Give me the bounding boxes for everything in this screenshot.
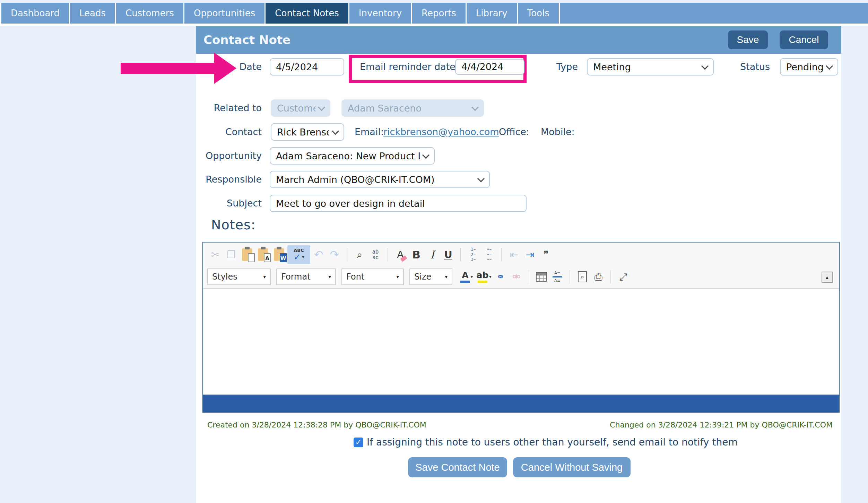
email-label: Email:	[355, 123, 384, 141]
editor-toolbar-row2: Styles▾Format▾Font▾Size▾A▾ab▾⚭⚮A≡A≡⌕⎙⤢	[203, 265, 839, 289]
created-stamp: Created on 3/28/2024 12:38:28 PM by QBO@…	[207, 421, 426, 429]
opportunity-select[interactable]: Adam Saraceno: New Product Line	[270, 147, 435, 165]
redo-icon[interactable]: ↷	[327, 246, 342, 263]
remove-format-icon[interactable]: A	[393, 246, 408, 263]
paste-from-word-icon[interactable]: W	[271, 246, 287, 263]
responsible-select[interactable]: March Admin (QBO@CRIK-IT.COM)	[270, 171, 490, 188]
chevron-down-icon	[826, 62, 833, 70]
related-kind-value: Customer	[277, 103, 315, 114]
replace-icon[interactable]: abac	[368, 246, 383, 263]
related-to-label: Related to	[196, 99, 262, 117]
contact-select[interactable]: Rick Brenson	[271, 123, 344, 141]
type-label: Type	[526, 58, 578, 76]
related-entity-value: Adam Saraceno	[348, 103, 422, 114]
toolbar-separator	[388, 248, 388, 261]
nav-tab-inventory[interactable]: Inventory	[349, 3, 411, 24]
format-combo[interactable]: Format▾	[276, 268, 336, 285]
toolbar-separator	[460, 248, 461, 261]
nav-tab-reports[interactable]: Reports	[412, 3, 466, 24]
chevron-down-icon	[471, 104, 479, 111]
text-color-icon[interactable]: A▾	[458, 268, 475, 285]
subject-input[interactable]	[270, 195, 527, 212]
toolbar-separator	[501, 248, 502, 261]
bulleted-list-icon[interactable]: •– •– •–	[481, 246, 497, 263]
related-kind-select[interactable]: Customer	[271, 99, 330, 117]
editor-content[interactable]	[203, 289, 839, 395]
nav-tab-filler	[560, 3, 868, 24]
spell-check-icon[interactable]: ABC✓▾	[287, 245, 310, 264]
save-contact-note-button[interactable]: Save Contact Note	[408, 457, 507, 477]
bold-icon[interactable]: B	[409, 246, 424, 263]
unlink-icon[interactable]: ⚮	[509, 268, 524, 285]
status-select[interactable]: Pending	[780, 58, 838, 76]
underline-icon[interactable]: U	[441, 246, 456, 263]
toolbar-separator	[570, 270, 570, 283]
contact-note-panel: Contact Note Save Cancel Date Email remi…	[196, 26, 841, 503]
panel-header: Contact Note Save Cancel	[196, 26, 841, 54]
date-input[interactable]	[270, 58, 344, 76]
nav-tab-library[interactable]: Library	[467, 3, 517, 24]
subject-label: Subject	[196, 195, 262, 212]
blockquote-icon[interactable]: ❞	[538, 246, 554, 263]
chevron-down-icon	[318, 104, 325, 111]
chevron-down-icon	[422, 151, 429, 159]
font-combo[interactable]: Font▾	[341, 268, 404, 285]
italic-icon[interactable]: I	[425, 246, 440, 263]
nav-tab-tools[interactable]: Tools	[518, 3, 559, 24]
notify-label: If assigning this note to users other th…	[367, 436, 738, 448]
notify-checkbox[interactable]: ✓	[354, 438, 363, 447]
responsible-value: March Admin (QBO@CRIK-IT.COM)	[276, 174, 435, 185]
cut-icon[interactable]: ✂	[208, 246, 223, 263]
highlight-arrow	[121, 63, 215, 74]
outdent-icon[interactable]: ⇤	[506, 246, 522, 263]
opportunity-label: Opportunity	[196, 147, 262, 165]
find-icon[interactable]: ⌕	[352, 246, 367, 263]
notes-heading: Notes:	[211, 217, 256, 232]
paste-plain-text-icon[interactable]: A	[255, 246, 271, 263]
related-entity-select[interactable]: Adam Saraceno	[341, 99, 484, 117]
email-reminder-label: Email reminder date	[360, 58, 455, 76]
print-icon[interactable]: ⎙	[591, 268, 606, 285]
numbered-list-icon[interactable]: 1– 2– 3–	[466, 246, 481, 263]
highlight-arrow-head	[214, 53, 236, 84]
chevron-down-icon	[701, 62, 709, 70]
mobile-label: Mobile:	[541, 123, 575, 141]
nav-tab-contact-notes[interactable]: Contact Notes	[266, 3, 348, 24]
nav-tab-dashboard[interactable]: Dashboard	[1, 3, 69, 24]
type-value: Meeting	[593, 62, 631, 72]
paste-icon[interactable]	[240, 246, 255, 263]
cancel-button[interactable]: Cancel	[780, 30, 828, 49]
insert-link-icon[interactable]: ⚭	[493, 268, 508, 285]
nav-tab-customers[interactable]: Customers	[116, 3, 183, 24]
undo-icon[interactable]: ↶	[311, 246, 326, 263]
responsible-label: Responsible	[196, 171, 262, 188]
notify-row: ✓ If assigning this note to users other …	[354, 436, 738, 448]
maximize-icon[interactable]: ⤢	[616, 268, 631, 285]
indent-icon[interactable]: ⇥	[522, 246, 538, 263]
nav-tab-opportunities[interactable]: Opportunities	[184, 3, 264, 24]
horizontal-rule-icon[interactable]: A≡A≡	[550, 268, 565, 285]
save-button[interactable]: Save	[728, 30, 768, 49]
nav-tab-leads[interactable]: Leads	[70, 3, 115, 24]
app-root: DashboardLeadsCustomersOpportunitiesCont…	[0, 0, 868, 503]
email-reminder-input[interactable]	[455, 59, 524, 75]
copy-icon[interactable]: ❐	[224, 246, 239, 263]
editor-bottom-bar	[203, 395, 839, 412]
styles-combo[interactable]: Styles▾	[207, 268, 271, 285]
cancel-without-saving-button[interactable]: Cancel Without Saving	[513, 457, 631, 477]
preview-icon[interactable]: ⌕	[575, 268, 590, 285]
changed-stamp: Changed on 3/28/2024 12:39:21 PM by QBO@…	[610, 421, 833, 429]
editor-toolbar-row1: ✂❐AWABC✓▾↶↷⌕abacABIU1– 2– 3–•– •– •–⇤⇥❞	[203, 242, 839, 265]
nav-bar: DashboardLeadsCustomersOpportunitiesCont…	[0, 3, 868, 24]
status-label: Status	[718, 58, 770, 76]
highlight-color-icon[interactable]: ab▾	[476, 268, 492, 285]
collapse-toolbar-button[interactable]: ▲	[822, 272, 833, 283]
type-select[interactable]: Meeting	[587, 58, 714, 76]
email-link[interactable]: rickbrenson@yahoo.com	[383, 123, 499, 141]
insert-table-icon[interactable]	[534, 268, 549, 285]
page-title: Contact Note	[203, 26, 290, 54]
chevron-down-icon	[332, 127, 339, 135]
size-combo[interactable]: Size▾	[409, 268, 452, 285]
office-label: Office:	[499, 123, 529, 141]
contact-label: Contact	[196, 123, 262, 141]
